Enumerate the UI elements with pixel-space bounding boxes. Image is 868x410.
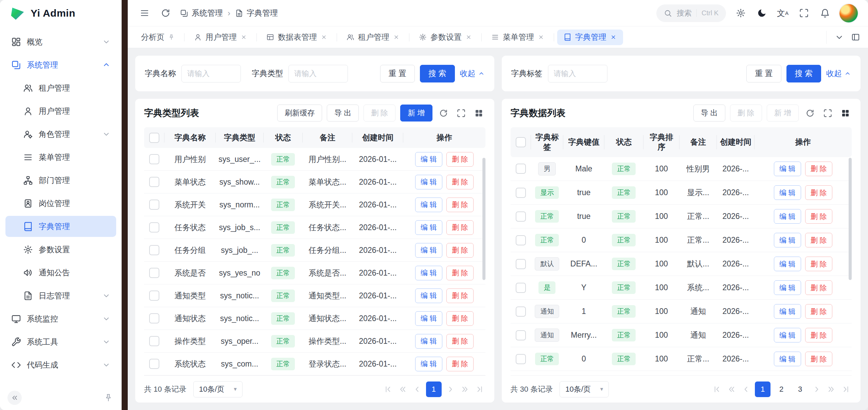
sidebar-item-system-management[interactable]: 系统管理 <box>5 54 116 75</box>
row-checkbox[interactable] <box>149 245 159 255</box>
delete-row-button[interactable]: 删 除 <box>446 266 474 280</box>
delete-row-button[interactable]: 删 除 <box>805 257 832 271</box>
tabs-chevron-down-icon[interactable] <box>833 31 846 44</box>
row-checkbox[interactable] <box>149 359 159 369</box>
edit-row-button[interactable]: 编 辑 <box>774 185 801 200</box>
sidebar-item-dept-management[interactable]: 部门管理 <box>5 170 116 191</box>
edit-row-button[interactable]: 编 辑 <box>415 198 442 212</box>
page-button-1[interactable]: 1 <box>426 381 442 397</box>
last-page-icon[interactable] <box>474 384 485 395</box>
first-page-icon[interactable] <box>711 384 723 395</box>
close-icon[interactable] <box>465 34 472 40</box>
expand-table-icon[interactable] <box>821 107 834 119</box>
edit-row-button[interactable]: 编 辑 <box>774 352 801 366</box>
user-avatar[interactable] <box>839 4 858 22</box>
row-checkbox[interactable] <box>516 354 526 364</box>
first-page-icon[interactable] <box>382 384 394 395</box>
edit-row-button[interactable]: 编 辑 <box>774 162 801 176</box>
table-scrollbar[interactable] <box>482 158 485 280</box>
close-icon[interactable] <box>393 34 400 40</box>
add-button[interactable]: 新 增 <box>767 105 799 122</box>
delete-row-button[interactable]: 删 除 <box>805 209 832 224</box>
search-button[interactable]: 搜 索 <box>420 65 455 82</box>
edit-row-button[interactable]: 编 辑 <box>774 233 801 247</box>
row-checkbox[interactable] <box>149 268 159 278</box>
select-all-checkbox[interactable] <box>149 133 159 143</box>
delete-row-button[interactable]: 删 除 <box>446 243 474 258</box>
breadcrumb-item-dict[interactable]: 字典管理 <box>235 8 278 18</box>
content-layout-icon[interactable] <box>849 31 862 44</box>
sidebar-item-user-management[interactable]: 用户管理 <box>5 100 116 122</box>
tab-user-management[interactable]: 用户管理 <box>188 30 253 45</box>
delete-row-button[interactable]: 删 除 <box>446 198 474 212</box>
delete-row-button[interactable]: 删 除 <box>446 334 474 349</box>
row-checkbox[interactable] <box>149 177 159 187</box>
collapse-filter-link[interactable]: 收起 <box>826 68 851 79</box>
sidebar-item-post-management[interactable]: 岗位管理 <box>5 193 116 214</box>
tab-analysis[interactable]: 分析页 <box>135 30 181 45</box>
sidebar-pin-icon[interactable] <box>103 392 114 404</box>
edit-row-button[interactable]: 编 辑 <box>774 209 801 224</box>
add-button[interactable]: 新 增 <box>400 105 432 122</box>
reset-button[interactable]: 重 置 <box>746 65 781 82</box>
row-checkbox[interactable] <box>149 200 159 210</box>
settings-gear-icon[interactable] <box>734 7 747 20</box>
edit-row-button[interactable]: 编 辑 <box>415 288 442 303</box>
sidebar-item-tenant-management[interactable]: 租户管理 <box>5 77 116 98</box>
tab-tenant-management[interactable]: 租户管理 <box>340 30 406 45</box>
sidebar-item-system-monitor[interactable]: 系统监控 <box>5 308 116 329</box>
sidebar-item-notice-announcement[interactable]: 通知公告 <box>5 262 116 283</box>
prev-page-icon[interactable] <box>740 384 752 395</box>
delete-row-button[interactable]: 删 除 <box>805 162 832 176</box>
page-button-2[interactable]: 2 <box>774 381 789 397</box>
delete-row-button[interactable]: 删 除 <box>446 288 474 303</box>
global-search[interactable]: 搜索 Ctrl K <box>656 4 726 22</box>
delete-row-button[interactable]: 删 除 <box>446 220 474 235</box>
app-logo[interactable]: Yi Admin <box>0 0 122 26</box>
delete-row-button[interactable]: 删 除 <box>805 185 832 200</box>
delete-button[interactable]: 删 除 <box>364 105 395 122</box>
collapse-filter-link[interactable]: 收起 <box>460 68 485 79</box>
delete-row-button[interactable]: 删 除 <box>805 304 832 319</box>
delete-row-button[interactable]: 删 除 <box>446 357 474 371</box>
fullscreen-icon[interactable] <box>797 7 810 20</box>
page-size-select[interactable]: 10条/页 ▾ <box>193 381 243 397</box>
row-checkbox[interactable] <box>516 306 526 317</box>
select-all-checkbox[interactable] <box>516 137 526 147</box>
refresh-cache-button[interactable]: 刷新缓存 <box>277 105 322 122</box>
next-group-icon[interactable] <box>826 384 837 395</box>
row-checkbox[interactable] <box>516 164 526 174</box>
close-icon[interactable] <box>241 34 247 40</box>
delete-row-button[interactable]: 删 除 <box>446 311 474 326</box>
expand-table-icon[interactable] <box>455 107 468 119</box>
next-page-icon[interactable] <box>811 384 822 395</box>
filter-input[interactable] <box>181 65 241 82</box>
edit-row-button[interactable]: 编 辑 <box>415 175 442 189</box>
menu-toggle-icon[interactable] <box>138 7 151 20</box>
sidebar-item-log-management[interactable]: 日志管理 <box>5 285 116 306</box>
row-checkbox[interactable] <box>149 313 159 323</box>
last-page-icon[interactable] <box>840 384 852 395</box>
close-icon[interactable] <box>538 34 544 40</box>
reset-button[interactable]: 重 置 <box>380 65 415 82</box>
row-checkbox[interactable] <box>516 188 526 198</box>
row-checkbox[interactable] <box>516 259 526 269</box>
edit-row-button[interactable]: 编 辑 <box>774 257 801 271</box>
sidebar-collapse-button[interactable] <box>7 391 22 405</box>
edit-row-button[interactable]: 编 辑 <box>774 328 801 342</box>
search-button[interactable]: 搜 索 <box>786 65 821 82</box>
delete-row-button[interactable]: 删 除 <box>805 328 832 342</box>
breadcrumb-item-system[interactable]: 系统管理 <box>180 8 223 18</box>
reload-table-icon[interactable] <box>437 107 450 119</box>
edit-row-button[interactable]: 编 辑 <box>415 266 442 280</box>
delete-row-button[interactable]: 删 除 <box>446 152 474 167</box>
notifications-bell-icon[interactable] <box>818 7 831 20</box>
pin-icon[interactable] <box>168 34 175 40</box>
next-group-icon[interactable] <box>459 384 471 395</box>
row-checkbox[interactable] <box>516 283 526 293</box>
export-button[interactable]: 导 出 <box>693 105 725 122</box>
tab-dict-management[interactable]: 字典管理 <box>557 30 623 45</box>
filter-input[interactable] <box>548 65 607 82</box>
dark-mode-moon-icon[interactable] <box>755 7 768 20</box>
column-settings-icon[interactable] <box>839 107 852 119</box>
